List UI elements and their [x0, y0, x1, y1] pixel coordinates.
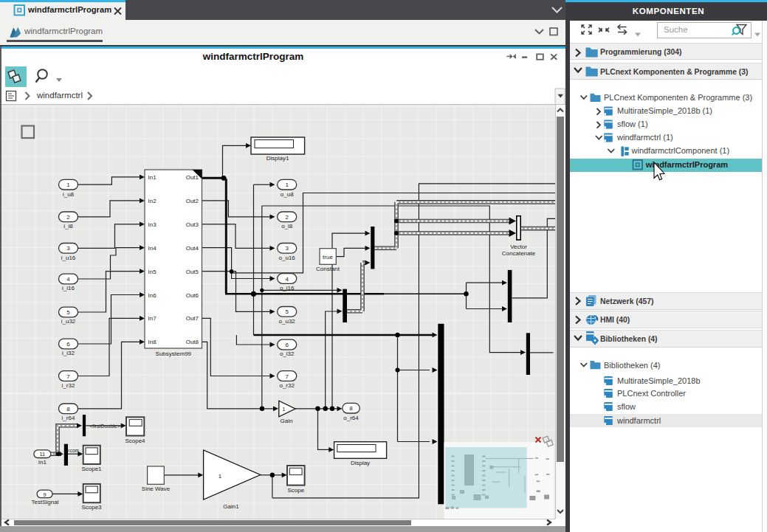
svg-text:In3: In3 [148, 221, 157, 228]
svg-text:o_u8: o_u8 [281, 191, 294, 198]
svg-text:Gain1: Gain1 [223, 503, 239, 510]
svg-text:In1: In1 [38, 459, 47, 466]
svg-text:In4: In4 [148, 245, 157, 252]
svg-text:o_i16: o_i16 [280, 285, 295, 291]
svg-text:6: 6 [285, 342, 289, 348]
svg-text:o_i32: o_i32 [280, 350, 295, 357]
svg-text:Constant: Constant [316, 266, 340, 272]
svg-text:4: 4 [285, 276, 289, 283]
svg-text:3: 3 [285, 245, 289, 252]
svg-text:Out2: Out2 [186, 198, 199, 204]
svg-text:11: 11 [40, 451, 46, 457]
svg-text:3: 3 [66, 245, 70, 252]
svg-text:In8: In8 [148, 339, 157, 345]
svg-text:Out1: Out1 [186, 174, 199, 181]
svg-text:7: 7 [66, 373, 70, 380]
svg-text:In2: In2 [148, 198, 157, 204]
svg-text:o_r64: o_r64 [343, 415, 359, 421]
svg-text:5: 5 [285, 308, 289, 315]
svg-text:Gain: Gain [281, 418, 293, 424]
svg-text:In1: In1 [148, 174, 157, 181]
svg-text:Scope1: Scope1 [81, 466, 102, 472]
svg-text:1: 1 [219, 473, 222, 480]
svg-text:6: 6 [66, 341, 70, 348]
svg-text:4: 4 [66, 276, 70, 283]
svg-text:2: 2 [285, 214, 289, 221]
svg-text:o_i8: o_i8 [281, 223, 293, 229]
svg-text:8: 8 [349, 405, 353, 412]
svg-text:TestSignal: TestSignal [32, 499, 59, 505]
svg-text:o_u16: o_u16 [279, 255, 296, 261]
svg-text:i_r64: i_r64 [62, 415, 75, 421]
svg-text:Scope3: Scope3 [81, 504, 102, 511]
svg-text:2: 2 [66, 214, 70, 221]
svg-text:Concatenate: Concatenate [502, 250, 536, 257]
svg-text:Vector: Vector [510, 243, 527, 250]
svg-text:i_i8: i_i8 [63, 223, 73, 229]
svg-text:1: 1 [66, 182, 70, 188]
svg-text:i_u8: i_u8 [63, 191, 75, 198]
svg-text:<com: <com [67, 448, 79, 453]
svg-text:o_r32: o_r32 [279, 382, 295, 389]
svg-text:Scope4: Scope4 [125, 438, 145, 444]
svg-text:i_i32: i_i32 [62, 350, 75, 356]
svg-text:Subsystem99: Subsystem99 [156, 350, 192, 357]
svg-text:true: true [323, 254, 333, 260]
svg-text:Display1: Display1 [266, 155, 289, 162]
svg-text:Out8: Out8 [186, 339, 199, 345]
svg-text:9: 9 [43, 491, 46, 498]
svg-text:1: 1 [285, 182, 289, 188]
svg-text:Sine Wave: Sine Wave [142, 486, 171, 492]
svg-text:i_u16: i_u16 [61, 255, 76, 261]
svg-text:7: 7 [285, 373, 289, 380]
svg-text:In5: In5 [148, 269, 157, 275]
svg-text:<firstDouble>: <firstDouble> [89, 424, 120, 429]
svg-text:8: 8 [66, 406, 70, 412]
svg-text:Out7: Out7 [186, 315, 199, 322]
svg-text:Display: Display [351, 460, 370, 466]
svg-text:In7: In7 [148, 315, 157, 322]
svg-text:Out3: Out3 [186, 221, 199, 228]
svg-text:i_i16: i_i16 [62, 285, 75, 291]
svg-text:Out5: Out5 [186, 269, 199, 275]
svg-text:i_r32: i_r32 [62, 382, 75, 389]
svg-text:Out4: Out4 [186, 245, 199, 252]
svg-text:1: 1 [283, 407, 286, 412]
svg-text:i_u32: i_u32 [61, 318, 76, 325]
svg-text:o_u32: o_u32 [279, 318, 296, 325]
svg-text:5: 5 [66, 309, 70, 316]
svg-text:Out6: Out6 [186, 292, 199, 299]
svg-text:In6: In6 [148, 292, 157, 299]
svg-text:Scope: Scope [287, 487, 304, 494]
